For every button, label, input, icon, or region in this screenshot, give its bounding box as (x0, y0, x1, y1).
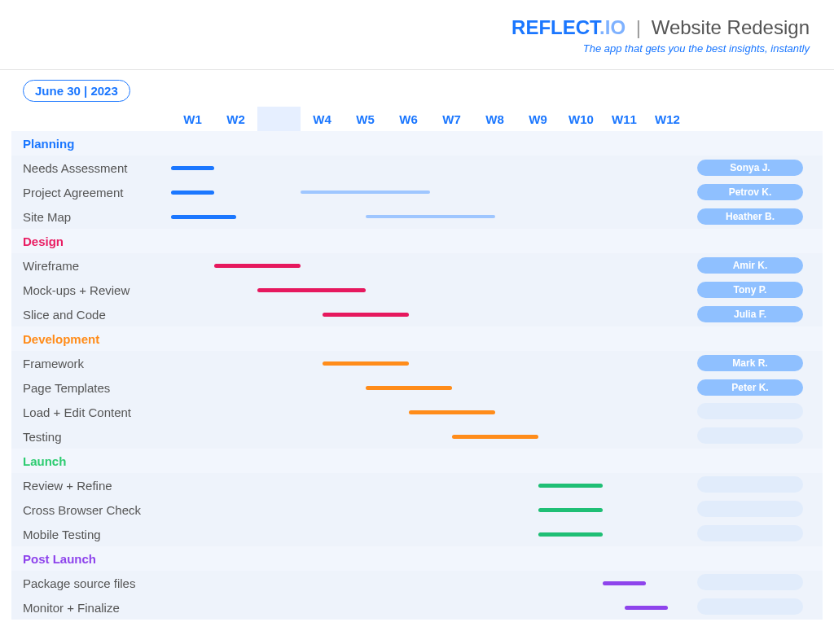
assignee-pill[interactable] (697, 427, 803, 444)
task-label: Page Templates (11, 381, 171, 395)
group-header: Design (11, 229, 823, 253)
week-header: W8 (473, 112, 516, 126)
group-header: Planning (11, 131, 823, 156)
task-row: Mobile Testing (11, 522, 823, 546)
task-row: Slice and CodeJulia F. (11, 302, 823, 326)
gantt-chart: W1W2W3W4W5W6W7W8W9W10W11W12 PlanningNeed… (11, 107, 823, 620)
task-bar[interactable] (603, 581, 646, 585)
task-bar[interactable] (625, 606, 668, 610)
week-header-row: W1W2W3W4W5W6W7W8W9W10W11W12 (11, 107, 823, 131)
task-label: Wireframe (11, 259, 171, 273)
task-label: Framework (11, 357, 171, 370)
task-label: Site Map (11, 210, 171, 224)
week-header: W11 (603, 112, 646, 126)
assignee-pill[interactable] (697, 501, 803, 517)
task-label: Cross Browser Check (11, 503, 171, 517)
page-title: REFLECT.IO | Website Redesign (24, 16, 810, 39)
task-bar[interactable] (171, 191, 214, 195)
assignee-pill[interactable] (697, 574, 803, 590)
tagline: The app that gets you the best insights,… (24, 42, 810, 55)
group-header: Post Launch (11, 546, 823, 571)
task-row: Load + Edit Content (11, 400, 823, 424)
week-header: W5 (344, 112, 387, 126)
group-label: Planning (11, 137, 171, 151)
task-row: Site MapHeather B. (11, 204, 823, 229)
assignee-pill[interactable]: Julia F. (697, 306, 803, 322)
task-label: Needs Assessment (11, 161, 171, 175)
assignee-pill[interactable]: Amir K. (697, 257, 803, 274)
week-header: W2 (214, 112, 257, 126)
task-bar[interactable] (323, 313, 409, 317)
week-header: W9 (516, 112, 560, 126)
brand-name-a: REFLECT (511, 16, 599, 38)
week-header: W12 (646, 112, 689, 126)
task-bar[interactable] (538, 508, 604, 512)
task-row: Testing (11, 424, 823, 449)
assignee-pill[interactable] (697, 403, 803, 419)
task-label: Mobile Testing (11, 528, 171, 541)
week-header: W4 (301, 112, 344, 126)
task-label: Monitor + Finalize (11, 601, 171, 615)
week-header: W1 (171, 112, 214, 126)
task-row: Needs AssessmentSonya J. (11, 156, 823, 180)
task-row: Review + Refine (11, 473, 823, 497)
assignee-pill[interactable]: Sonya J. (697, 160, 803, 176)
task-bar[interactable] (366, 386, 452, 390)
task-bar[interactable] (214, 264, 301, 268)
group-label: Design (11, 234, 171, 248)
task-bar[interactable] (323, 361, 409, 366)
group-header: Development (11, 326, 823, 351)
task-row: WireframeAmir K. (11, 253, 823, 278)
assignee-pill[interactable]: Tony P. (697, 282, 803, 298)
assignee-pill[interactable]: Heather B. (697, 208, 803, 225)
assignee-pill[interactable]: Peter K. (697, 379, 803, 396)
task-row: Page TemplatesPeter K. (11, 375, 823, 400)
assignee-pill[interactable] (697, 598, 803, 615)
week-header: W7 (430, 112, 473, 126)
task-row: Project AgreementPetrov K. (11, 180, 823, 204)
task-label: Mock-ups + Review (11, 283, 171, 297)
task-label: Slice and Code (11, 308, 171, 322)
task-bar[interactable] (538, 484, 604, 488)
week-header: W6 (387, 112, 430, 126)
task-row: Cross Browser Check (11, 497, 823, 522)
task-label: Package source files (11, 576, 171, 590)
task-row: Monitor + Finalize (11, 595, 823, 620)
group-label: Post Launch (11, 552, 171, 566)
task-bar[interactable] (171, 166, 214, 170)
task-bar[interactable] (538, 532, 604, 537)
title-separator: | (631, 16, 646, 38)
header: REFLECT.IO | Website Redesign The app th… (0, 0, 834, 63)
task-label: Project Agreement (11, 186, 171, 199)
task-row: Package source files (11, 571, 823, 595)
task-bar[interactable] (171, 215, 236, 219)
project-name: Website Redesign (652, 16, 810, 38)
group-label: Development (11, 332, 171, 346)
task-row: Mock-ups + ReviewTony P. (11, 278, 823, 302)
week-header: W3 (257, 112, 301, 126)
assignee-pill[interactable]: Mark R. (697, 355, 803, 371)
assignee-pill[interactable]: Petrov K. (697, 184, 803, 200)
brand-name-b: .IO (599, 16, 626, 38)
task-row: FrameworkMark R. (11, 351, 823, 375)
group-header: Launch (11, 449, 823, 473)
task-label: Testing (11, 430, 171, 444)
task-label: Load + Edit Content (11, 405, 171, 419)
week-header: W10 (560, 112, 603, 126)
assignee-pill[interactable] (697, 525, 803, 541)
task-bar[interactable] (452, 435, 538, 439)
group-label: Launch (11, 454, 171, 468)
task-bar-secondary[interactable] (301, 191, 430, 194)
assignee-pill[interactable] (697, 476, 803, 493)
task-bar-secondary[interactable] (366, 215, 495, 218)
task-bar[interactable] (257, 288, 366, 292)
header-divider (0, 69, 834, 70)
task-label: Review + Refine (11, 479, 171, 493)
date-pill[interactable]: June 30 | 2023 (23, 80, 130, 102)
task-bar[interactable] (409, 410, 495, 414)
